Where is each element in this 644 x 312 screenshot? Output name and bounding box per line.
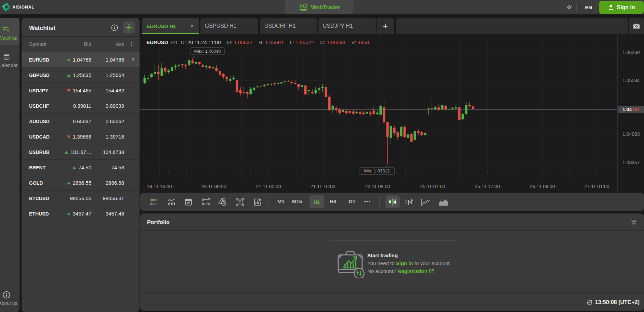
svg-text:Min: 1.03312: Min: 1.03312 [364, 168, 390, 173]
svg-text:Max: 1.06090: Max: 1.06090 [194, 49, 221, 54]
